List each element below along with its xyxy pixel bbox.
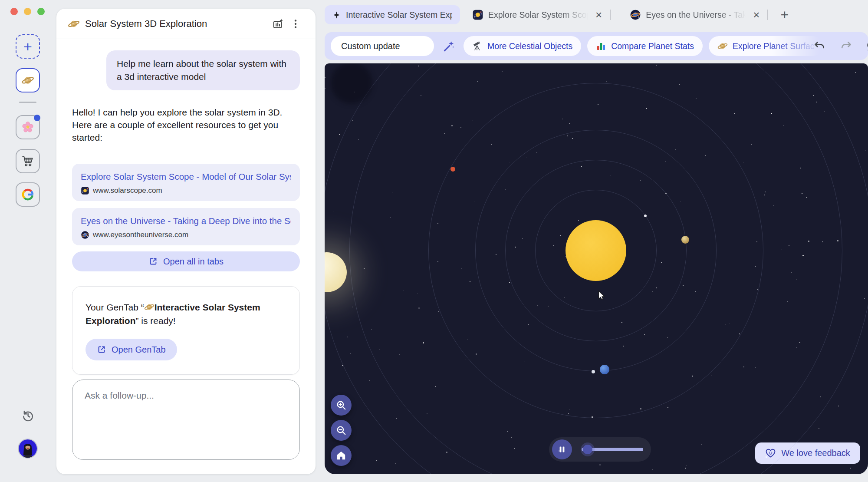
zoom-out-button[interactable] — [331, 420, 352, 441]
sidebar-divider — [19, 102, 36, 103]
tab-interactive-solar-system[interactable]: Interactive Solar System Explor... — [325, 5, 460, 24]
venus[interactable] — [681, 236, 689, 244]
tab-eyes-on-universe[interactable]: Eyes on the Universe - Taking × — [630, 9, 760, 20]
chip-more-celestial-objects[interactable]: More Celestial Objects — [464, 36, 581, 56]
chip-label: More Celestial Objects — [487, 41, 572, 51]
telescope-icon — [472, 41, 483, 51]
history-button[interactable] — [19, 407, 36, 424]
chat-menu-button[interactable] — [287, 15, 304, 33]
magic-wand-button[interactable] — [440, 37, 457, 55]
saturn-icon — [21, 74, 34, 87]
solar-canvas[interactable]: We love feedback — [325, 63, 868, 474]
external-link-icon — [148, 257, 158, 266]
sidebar-item-shopping[interactable] — [16, 149, 40, 173]
new-space-button[interactable]: + — [16, 34, 40, 59]
gentab-ready-text: Your GenTab “Interactive Solar System Ex… — [85, 300, 286, 327]
star — [819, 428, 819, 429]
gentab-toolbar: More Celestial Objects Compare Planet St… — [325, 32, 868, 60]
open-all-in-tabs-button[interactable]: Open all in tabs — [72, 251, 300, 271]
gentab-text-prefix: Your GenTab “ — [85, 302, 144, 312]
gentab-text-suffix: ” is ready! — [136, 316, 176, 326]
plus-icon: + — [23, 39, 32, 54]
link-domain: www.solarscope.com — [93, 186, 162, 195]
tab-label: Eyes on the Universe - Taking — [646, 10, 746, 20]
cart-icon — [21, 155, 34, 168]
sparkle-icon — [332, 11, 341, 19]
tab-solar-system-scope[interactable]: Explore Solar System Scope - × — [472, 9, 603, 20]
chart-sparkle-icon — [273, 18, 284, 30]
zoom-out-icon — [335, 425, 347, 436]
chip-label: Explore Planet Surfac — [733, 41, 815, 51]
star — [837, 92, 837, 92]
chip-label: Compare Planet Stats — [611, 41, 694, 51]
bar-chart-icon — [596, 41, 606, 51]
regenerate-button[interactable] — [864, 38, 868, 54]
google-icon — [21, 188, 34, 201]
insights-panel-button[interactable] — [270, 15, 287, 33]
star — [865, 150, 865, 151]
star — [376, 460, 377, 461]
star — [373, 471, 373, 472]
star — [325, 88, 326, 89]
tab-label: Interactive Solar System Explor... — [346, 10, 452, 20]
shadow-planet[interactable] — [331, 63, 372, 104]
home-icon — [335, 450, 347, 461]
sidebar-item-google[interactable] — [16, 182, 40, 207]
composer — [72, 380, 300, 460]
chip-explore-planet-surfaces[interactable]: Explore Planet Surfac — [709, 36, 823, 56]
sync-sparkle-icon — [866, 40, 868, 52]
zoom-in-button[interactable] — [331, 395, 352, 416]
resource-link-card[interactable]: Eyes on the Universe - Taking a Deep Div… — [72, 208, 300, 245]
tab-strip: Interactive Solar System Explor... Explo… — [325, 4, 868, 25]
custom-update-input[interactable] — [331, 36, 434, 56]
cherry-blossom-icon — [21, 121, 34, 134]
follow-up-input[interactable] — [85, 390, 287, 449]
saturn-icon — [68, 18, 80, 30]
star — [855, 72, 856, 73]
open-gentab-label: Open GenTab — [112, 345, 166, 355]
zoom-in-icon — [335, 399, 347, 411]
new-tab-button[interactable]: + — [780, 8, 789, 22]
user-message-bubble: Help me learn about the solar system wit… — [106, 50, 300, 90]
tab-separator — [767, 10, 768, 20]
avatar-image — [19, 439, 37, 458]
tab-label: Explore Solar System Scope - — [488, 10, 589, 20]
star — [325, 77, 326, 78]
link-title[interactable]: Explore Solar System Scope - Model of Ou… — [81, 172, 291, 182]
solarscope-favicon — [81, 186, 89, 195]
link-domain: www.eyesontheuniverse.com — [93, 231, 188, 239]
redo-button[interactable] — [838, 38, 854, 54]
user-avatar[interactable] — [18, 439, 38, 459]
moon[interactable] — [592, 370, 595, 373]
redo-icon — [840, 40, 852, 52]
open-gentab-button[interactable]: Open GenTab — [85, 339, 177, 360]
magic-wand-icon — [443, 40, 455, 52]
star — [850, 468, 851, 469]
star — [395, 463, 396, 464]
sidebar-item-solar-system[interactable] — [16, 68, 40, 92]
assistant-message: Hello! I can help you explore the solar … — [72, 106, 300, 144]
app-window: + Solar System 3D Exploration — [0, 0, 868, 482]
external-link-icon — [97, 345, 106, 354]
saturn-icon — [144, 302, 155, 312]
solarscope-favicon — [472, 9, 483, 20]
mars[interactable] — [450, 167, 455, 172]
saturn-icon — [717, 41, 728, 51]
kebab-menu-icon — [290, 18, 301, 30]
resource-link-card[interactable]: Explore Solar System Scope - Model of Ou… — [72, 164, 300, 201]
home-view-button[interactable] — [331, 445, 352, 466]
close-tab-icon[interactable]: × — [752, 9, 760, 20]
star — [838, 406, 839, 406]
mercury[interactable] — [644, 215, 647, 217]
star — [856, 404, 857, 404]
sun[interactable] — [566, 220, 626, 281]
chip-compare-planet-stats[interactable]: Compare Planet Stats — [587, 36, 703, 56]
sidebar-item-flower[interactable] — [16, 115, 40, 139]
tab-separator — [610, 10, 611, 20]
chat-panel: Solar System 3D Exploration Help me lear… — [56, 9, 316, 474]
earth[interactable] — [600, 365, 609, 374]
sidebar: + — [0, 0, 56, 482]
link-title[interactable]: Eyes on the Universe - Taking a Deep Div… — [81, 216, 291, 226]
close-tab-icon[interactable]: × — [595, 9, 603, 20]
star — [339, 134, 340, 135]
